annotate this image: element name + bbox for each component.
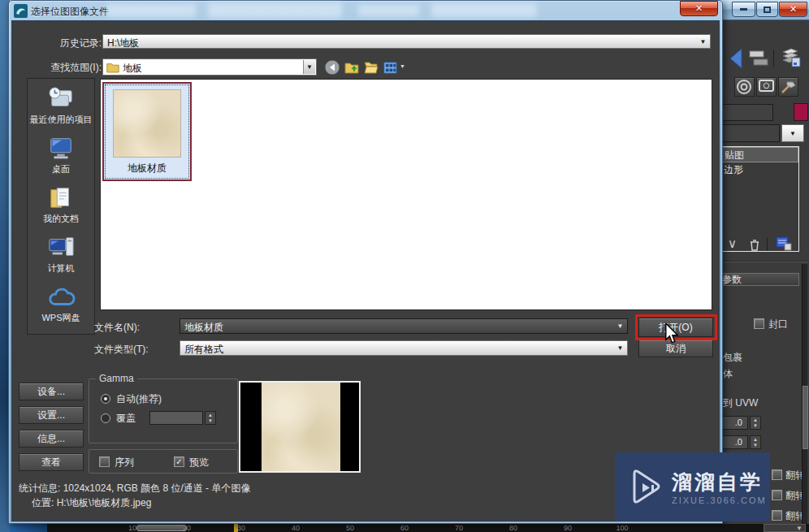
minimize-button[interactable] [732, 2, 755, 17]
folder-icon [106, 62, 119, 73]
place-recent[interactable]: 最近使用的项目 [28, 85, 94, 135]
utilities-tab[interactable] [778, 77, 798, 97]
place-label: 我的文档 [43, 213, 79, 225]
place-documents[interactable]: 我的文档 [28, 184, 94, 234]
chevron-down-icon[interactable]: ▼ [303, 60, 315, 74]
back-icon[interactable] [324, 59, 340, 76]
timeline-tick: 50 [341, 524, 359, 532]
minimize-icon [740, 8, 747, 11]
timeline-tick: 30 [232, 524, 250, 532]
preview-checkbox[interactable]: ✓ [174, 456, 184, 467]
display-tab[interactable] [756, 77, 777, 97]
recent-items-icon [45, 85, 76, 113]
setup-button[interactable]: 设置... [19, 406, 84, 424]
flip-checkbox[interactable] [772, 469, 782, 480]
info-button-label: 信息... [37, 432, 65, 446]
places-sidebar: 最近使用的项目 桌面 我的文档 计算机 WPS网盘 [27, 78, 95, 335]
documents-folder-icon [45, 184, 76, 212]
timeline-control[interactable]: ▼ [764, 524, 806, 532]
play-logo-icon [626, 467, 664, 508]
dialog-app-icon [14, 4, 28, 18]
parameters-rollout[interactable]: 参数 [713, 273, 799, 286]
look-in-combobox[interactable]: 地板 ▼ [102, 58, 317, 76]
layers-icon[interactable] [749, 50, 772, 69]
file-item-selected[interactable]: 地板材质 [102, 82, 192, 181]
close-window-button[interactable]: ✕ [779, 2, 807, 17]
gamma-override-radio[interactable] [101, 413, 110, 423]
blue-arrow-icon[interactable] [726, 46, 746, 71]
timeline-tick: 10 [123, 524, 141, 532]
spinner-arrows[interactable]: ▲▼ [750, 435, 761, 449]
modifier-dropdown-arrow[interactable]: ▼ [781, 124, 804, 142]
place-computer[interactable]: 计算机 [28, 234, 94, 283]
create-folder-icon[interactable] [363, 59, 379, 76]
spinner-down-icon: ▼ [208, 418, 213, 424]
sequence-preview-box: 序列 ✓ 预览 [89, 449, 238, 474]
chevron-down-icon: ▼ [790, 130, 796, 137]
dialog-titlebar[interactable]: 选择位图图像文件 ✕ [9, 1, 722, 20]
chevron-down-icon[interactable]: ▼ [697, 36, 709, 47]
timeline-tick: 100 [613, 524, 631, 532]
timeline-strip: 10 20 30 40 50 60 70 80 90 100 ▼ [0, 524, 809, 532]
chevron-down-icon[interactable]: ▼ [400, 63, 405, 69]
cap-checkbox[interactable] [754, 318, 764, 329]
file-name-label: 地板材质 [128, 162, 167, 175]
place-wps-cloud[interactable]: WPS网盘 [28, 283, 94, 333]
watermark: 溜溜自学 zixue.3066.com [615, 452, 770, 521]
device-button-label: 设备... [37, 385, 65, 399]
scrollbar-thumb[interactable] [803, 386, 808, 449]
watermark-brand: 溜溜自学 [672, 469, 767, 494]
device-button[interactable]: 设备... [19, 383, 84, 400]
gamma-title: Gamma [96, 373, 137, 384]
spinner-down-icon: ▼ [753, 423, 758, 429]
chevron-down-icon[interactable]: ▼ [614, 320, 626, 332]
spinner-down-icon: ▼ [753, 443, 758, 448]
view-menu-icon[interactable] [383, 60, 398, 76]
pin-stack-icon[interactable]: ∨ [728, 236, 737, 251]
info-button[interactable]: 信息... [19, 430, 84, 448]
place-label: 桌面 [52, 163, 70, 175]
modifier-stack-item[interactable]: 贴图 [717, 147, 798, 162]
look-in-value: 地板 [123, 62, 142, 76]
gamma-override-field[interactable] [149, 411, 203, 425]
flip-checkbox[interactable] [772, 510, 782, 521]
panel-scrollbar[interactable] [802, 264, 807, 532]
maximize-button[interactable] [756, 2, 778, 17]
spinner-up-icon: ▲ [208, 413, 213, 418]
spinner-up-icon: ▲ [753, 417, 758, 423]
file-list[interactable]: 地板材质 [100, 79, 712, 310]
motion-tab[interactable] [734, 77, 755, 97]
uvw-label: 到 UVW [723, 396, 758, 410]
trash-icon[interactable] [747, 238, 762, 253]
body-label: 体 [723, 367, 733, 381]
spinner-arrows[interactable]: ▲▼ [750, 416, 761, 430]
dialog-close-button[interactable]: ✕ [680, 1, 718, 16]
view-button[interactable]: 查看 [19, 453, 84, 471]
check-icon: ✓ [175, 457, 182, 466]
filename-value: 地板材质 [184, 321, 223, 335]
history-combobox[interactable]: H:\地板 ▼ [102, 34, 711, 49]
spinner-arrows[interactable]: ▲▼ [205, 411, 216, 425]
chevron-down-icon[interactable]: ▼ [614, 342, 626, 354]
gamma-override-label: 覆盖 [116, 412, 136, 426]
hammer-icon [779, 78, 798, 96]
filename-label: 文件名(N): [94, 321, 140, 335]
filename-combobox[interactable]: 地板材质 ▼ [180, 318, 628, 334]
configure-modifier-icon[interactable] [775, 236, 793, 252]
modifier-stack-item[interactable]: 边形 [717, 162, 798, 178]
cap-label: 封口 [768, 318, 788, 331]
timeline-tick: 60 [396, 524, 413, 532]
gamma-auto-radio[interactable] [101, 394, 110, 404]
flip-checkbox[interactable] [772, 490, 782, 500]
desktop-icon [45, 135, 76, 162]
select-bitmap-dialog: 选择位图图像文件 ✕ 历史记录: H:\地板 ▼ 查找范围(I): 地板 ▼ [8, 0, 723, 524]
max-command-panel: ▼ 贴图 边形 ∨ 参数 封口 包裹 体 到 UVW .0 ▲▼ .0 ▲▼ 翻… [712, 20, 809, 524]
stack-sheets-icon[interactable] [778, 45, 803, 70]
object-color-swatch[interactable] [794, 103, 808, 121]
blurred-text [358, 5, 419, 16]
circle-icon [735, 78, 754, 96]
sequence-checkbox[interactable] [99, 456, 110, 467]
place-desktop[interactable]: 桌面 [28, 135, 94, 184]
filetype-combobox[interactable]: 所有格式 ▼ [180, 340, 628, 356]
up-one-level-icon[interactable] [344, 59, 360, 76]
